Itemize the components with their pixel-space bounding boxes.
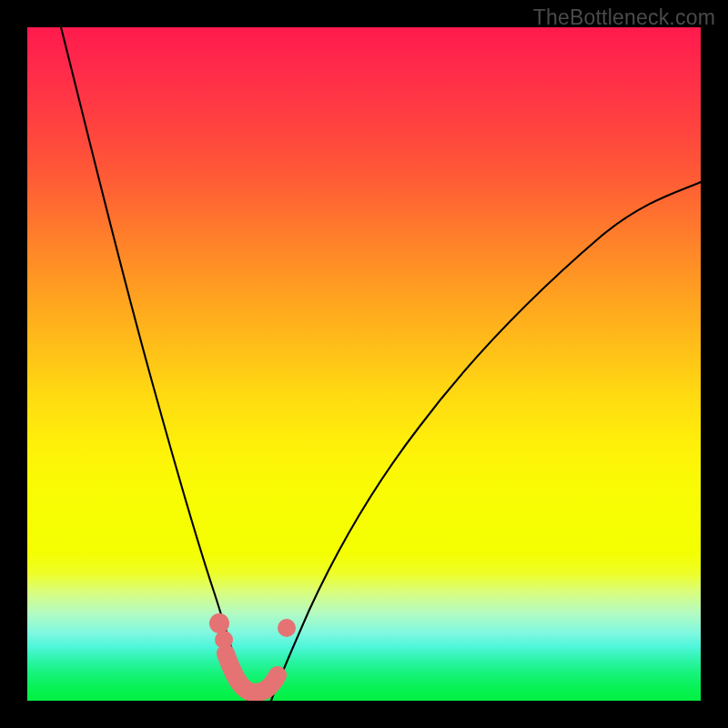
left-curve (61, 27, 248, 701)
valley-squiggle (226, 653, 278, 693)
chart-frame: TheBottleneck.com (0, 0, 728, 728)
squiggle-dot-1 (209, 613, 229, 633)
plot-area (27, 27, 701, 701)
curve-layer (27, 27, 701, 701)
watermark-text: TheBottleneck.com (533, 5, 715, 30)
right-curve (271, 182, 701, 701)
squiggle-dot-3 (278, 619, 296, 637)
